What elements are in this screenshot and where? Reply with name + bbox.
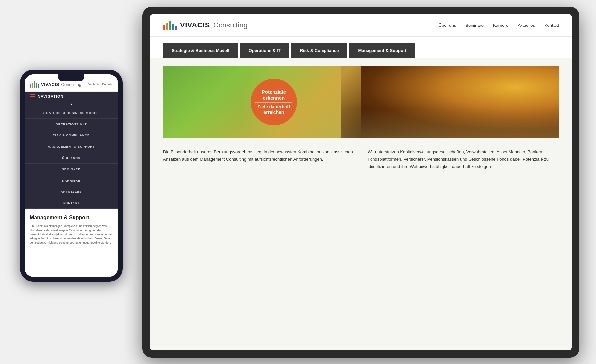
phone-menu-operations[interactable]: OPERATIONS & IT <box>25 119 118 130</box>
website-logo-bar-4 <box>172 24 174 30</box>
phone-logo: VIVACIS Consulting <box>30 81 81 88</box>
tablet-screen: VIVACIS Consulting Über uns Seminare Kar… <box>150 14 572 350</box>
phone-menu-ueber[interactable]: ÜBER UNS <box>25 152 118 164</box>
hamburger-line-2 <box>30 96 35 97</box>
phone-menu-management[interactable]: MANAGEMENT & SUPPORT <box>25 141 118 152</box>
phone-lang-english[interactable]: English <box>102 83 112 86</box>
phone-nav-label: NAVIGATION <box>38 94 63 98</box>
phone-language-switcher[interactable]: Deutsch English <box>87 83 113 86</box>
phone-menu-kontakt[interactable]: KONTAKT <box>25 197 118 209</box>
website-logo-bar-3 <box>169 21 171 30</box>
nav-seminare[interactable]: Seminare <box>465 23 484 28</box>
phone-section-title: Management & Support <box>30 215 113 221</box>
nav-kontakt[interactable]: Kontakt <box>544 23 559 28</box>
website-logo-consulting: Consulting <box>213 21 248 29</box>
nav-aktuelles[interactable]: Aktuelles <box>518 23 535 28</box>
phone-menu-strategie[interactable]: STRATEGIE & BUSINESS MODELL <box>25 107 118 119</box>
phone-logo-consulting: Consulting <box>61 82 81 87</box>
tab-risk[interactable]: Risk & Compliance <box>291 43 348 58</box>
logo-bar-3 <box>34 81 35 88</box>
hero-circle-divider <box>255 102 292 103</box>
phone-screen: VIVACIS Consulting Deutsch English NAVIG… <box>25 74 118 277</box>
phone-lang-deutsch[interactable]: Deutsch <box>88 83 99 86</box>
phone-notch <box>58 74 84 81</box>
tablet-frame: VIVACIS Consulting Über uns Seminare Kar… <box>142 7 579 358</box>
website-logo-bar-1 <box>163 25 165 30</box>
phone-logo-vivacis: VIVACIS <box>41 82 59 87</box>
phone-content: Management & Support Ein Projekt als ein… <box>25 209 118 251</box>
logo-bar-4 <box>36 83 37 88</box>
tab-management[interactable]: Management & Support <box>349 43 415 58</box>
phone-frame: VIVACIS Consulting Deutsch English NAVIG… <box>20 70 123 282</box>
phone-logo-bars <box>30 81 39 88</box>
tablet-device: VIVACIS Consulting Über uns Seminare Kar… <box>142 7 579 358</box>
hamburger-line-3 <box>30 98 35 98</box>
nav-ueber-uns[interactable]: Über uns <box>439 23 456 28</box>
phone-menu-aktuelles[interactable]: AKTUELLES <box>25 186 118 197</box>
logo-bar-5 <box>38 84 39 88</box>
phone-nav-chevron[interactable]: ▾ <box>25 101 118 107</box>
phone-menu-karriere[interactable]: KARRIERE <box>25 175 118 186</box>
phone-menu: STRATEGIE & BUSINESS MODELL OPERATIONS &… <box>25 107 118 209</box>
website-body: Die Besonderheit unseres Beratungsvorgeh… <box>150 138 572 180</box>
phone-menu-risk[interactable]: RISK & COMPLIANCE <box>25 130 118 141</box>
logo-bar-1 <box>30 84 31 88</box>
tab-strategie[interactable]: Strategie & Business Modell <box>163 43 238 58</box>
website-nav: Über uns Seminare Karriere Aktuelles Kon… <box>439 23 559 28</box>
website-logo-bar-5 <box>175 26 177 30</box>
nav-karriere[interactable]: Karriere <box>493 23 508 28</box>
phone-section-text: Ein Projekt als einmaliges, komplexes un… <box>30 224 113 245</box>
website-logo-bars <box>163 20 177 30</box>
hero-background <box>163 66 559 138</box>
website-logo-vivacis: VIVACIS <box>180 21 210 29</box>
website-logo-bar-2 <box>166 23 168 30</box>
tab-operations[interactable]: Operations & IT <box>240 43 289 58</box>
hero-text-ziele: Ziele dauerhafterreichen <box>257 104 290 115</box>
body-col-left: Die Besonderheit unseres Beratungsvorgeh… <box>163 148 354 170</box>
logo-bar-2 <box>32 83 33 88</box>
phone-menu-seminare[interactable]: SEMINARE <box>25 164 118 175</box>
hero-text-potenziale: Potenzialeerkennen <box>262 89 286 101</box>
website-logo: VIVACIS Consulting <box>163 20 248 30</box>
hamburger-icon[interactable] <box>30 94 35 98</box>
hero-circle: Potenzialeerkennen Ziele dauerhafterreic… <box>251 79 297 125</box>
phone-device: VIVACIS Consulting Deutsch English NAVIG… <box>20 17 123 341</box>
hero-container: Potenzialeerkennen Ziele dauerhafterreic… <box>163 66 559 138</box>
phone-nav-bar[interactable]: NAVIGATION <box>25 92 118 101</box>
body-col-right: Wir unterstützen Kapitalverwaltungsgesel… <box>368 148 559 170</box>
hamburger-line-1 <box>30 94 35 95</box>
website-tabs: Strategie & Business Modell Operations &… <box>150 37 572 58</box>
website-header: VIVACIS Consulting Über uns Seminare Kar… <box>150 14 572 37</box>
